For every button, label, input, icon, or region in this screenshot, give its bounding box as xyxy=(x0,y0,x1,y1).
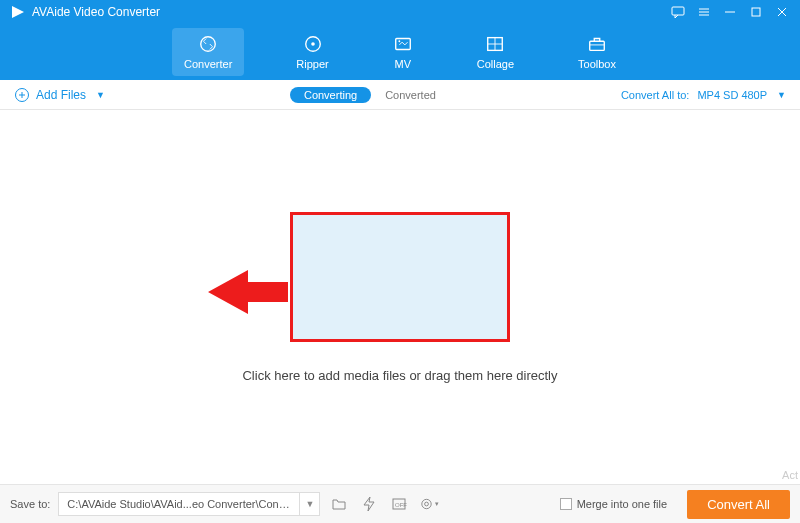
svg-marker-22 xyxy=(208,270,288,314)
svg-rect-6 xyxy=(752,8,760,16)
feedback-icon[interactable] xyxy=(670,4,686,20)
menu-icon[interactable] xyxy=(696,4,712,20)
convert-all-to: Convert All to: MP4 SD 480P ▼ xyxy=(621,89,786,101)
svg-marker-0 xyxy=(12,6,24,18)
svg-point-13 xyxy=(398,40,400,42)
convert-all-button[interactable]: Convert All xyxy=(687,490,790,519)
merge-checkbox[interactable]: Merge into one file xyxy=(560,498,668,510)
svg-point-26 xyxy=(422,499,431,508)
ripper-icon xyxy=(303,34,323,54)
subbar: Add Files ▼ Converting Converted Convert… xyxy=(0,80,800,110)
dropzone-hint: Click here to add media files or drag th… xyxy=(242,368,557,383)
app-title: AVAide Video Converter xyxy=(32,5,160,19)
plus-circle-icon xyxy=(14,87,30,103)
window-controls xyxy=(670,4,790,20)
toolbox-icon xyxy=(587,34,607,54)
nav-ripper[interactable]: Ripper xyxy=(284,28,340,76)
watermark-text: Act xyxy=(782,469,798,481)
close-icon[interactable] xyxy=(774,4,790,20)
nav-label: Collage xyxy=(477,58,514,70)
save-path-dropdown[interactable]: ▼ xyxy=(299,493,319,515)
add-files-label: Add Files xyxy=(36,88,86,102)
svg-rect-12 xyxy=(395,39,410,50)
format-value: MP4 SD 480P xyxy=(697,89,767,101)
chevron-down-icon: ▾ xyxy=(435,500,439,508)
mv-icon xyxy=(393,34,413,54)
annotation-arrow-icon xyxy=(208,270,288,314)
maximize-icon[interactable] xyxy=(748,4,764,20)
save-path-box: C:\AVAide Studio\AVAid...eo Converter\Co… xyxy=(58,492,320,516)
chevron-down-icon: ▼ xyxy=(305,499,314,509)
titlebar: AVAide Video Converter xyxy=(0,0,800,24)
titlebar-left: AVAide Video Converter xyxy=(10,4,160,20)
svg-point-9 xyxy=(201,37,216,52)
svg-point-11 xyxy=(311,42,315,46)
converter-icon xyxy=(198,34,218,54)
subtabs: Converting Converted xyxy=(290,87,436,103)
high-speed-button[interactable]: OFF xyxy=(388,493,410,515)
checkbox-icon xyxy=(560,498,572,510)
nav-label: Converter xyxy=(184,58,232,70)
app-logo-icon xyxy=(10,4,26,20)
add-files-button[interactable]: Add Files ▼ xyxy=(14,87,105,103)
svg-marker-23 xyxy=(364,497,374,511)
settings-button[interactable]: ▾ xyxy=(418,493,440,515)
nav-converter[interactable]: Converter xyxy=(172,28,244,76)
nav-collage[interactable]: Collage xyxy=(465,28,526,76)
gpu-accel-button[interactable] xyxy=(358,493,380,515)
format-selector[interactable]: MP4 SD 480P ▼ xyxy=(697,89,786,101)
chevron-down-icon: ▼ xyxy=(777,90,786,100)
save-path-input[interactable]: C:\AVAide Studio\AVAid...eo Converter\Co… xyxy=(59,498,299,510)
convert-all-label: Convert All to: xyxy=(621,89,689,101)
add-media-dropzone[interactable] xyxy=(290,212,510,342)
svg-point-27 xyxy=(425,502,429,506)
nav-toolbox[interactable]: Toolbox xyxy=(566,28,628,76)
svg-rect-1 xyxy=(672,7,684,15)
footer: Save to: C:\AVAide Studio\AVAid...eo Con… xyxy=(0,484,800,523)
tab-converting[interactable]: Converting xyxy=(290,87,371,103)
nav-label: Ripper xyxy=(296,58,328,70)
svg-text:OFF: OFF xyxy=(395,502,407,508)
chevron-down-icon: ▼ xyxy=(96,90,105,100)
tab-converted[interactable]: Converted xyxy=(385,89,436,101)
nav-mv[interactable]: MV xyxy=(381,28,425,76)
merge-label: Merge into one file xyxy=(577,498,668,510)
save-to-label: Save to: xyxy=(10,498,50,510)
nav-label: Toolbox xyxy=(578,58,616,70)
minimize-icon[interactable] xyxy=(722,4,738,20)
svg-rect-17 xyxy=(590,41,605,50)
main-area: Click here to add media files or drag th… xyxy=(0,110,800,484)
nav-label: MV xyxy=(394,58,411,70)
collage-icon xyxy=(485,34,505,54)
open-folder-button[interactable] xyxy=(328,493,350,515)
main-nav: Converter Ripper MV Collage Toolbox xyxy=(0,24,800,80)
